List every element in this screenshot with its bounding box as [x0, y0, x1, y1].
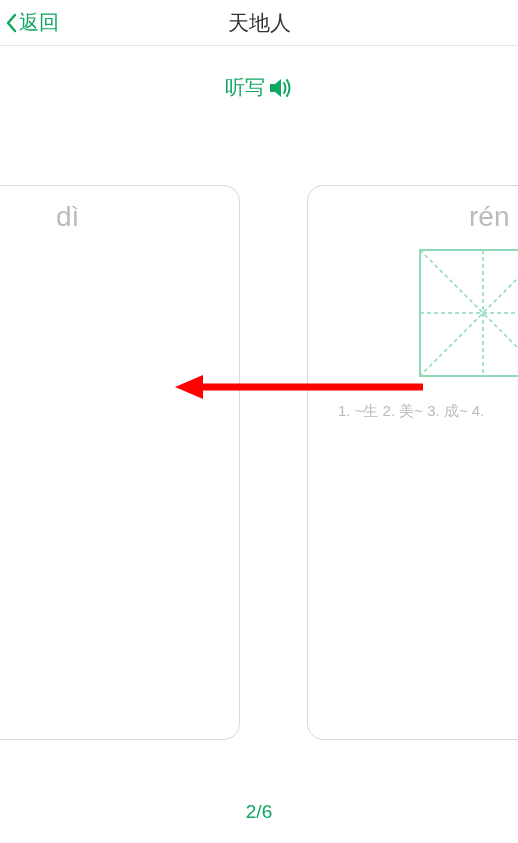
- pinyin-text: dì: [0, 201, 239, 233]
- header-bar: 返回 天地人: [0, 0, 518, 46]
- speaker-icon: [267, 75, 293, 101]
- writing-grid[interactable]: [418, 248, 518, 378]
- example-words: ~ 3. 草~ 4. ~方 5. 天~: [0, 402, 239, 421]
- page-indicator: 2/6: [246, 801, 272, 823]
- flashcard-current[interactable]: dì ~ 3. 草~ 4. ~方 5. 天~: [0, 185, 240, 740]
- listen-write-button[interactable]: 听写: [0, 74, 518, 101]
- flashcard-next[interactable]: rén 1. ~生 2. 美~ 3. 成~ 4.: [307, 185, 518, 740]
- page-title: 天地人: [228, 9, 291, 37]
- back-button[interactable]: 返回: [0, 9, 64, 36]
- svg-marker-11: [175, 375, 203, 399]
- swipe-arrow-annotation: [175, 372, 425, 402]
- back-label: 返回: [19, 9, 59, 36]
- chevron-left-icon: [5, 13, 17, 33]
- example-words: 1. ~生 2. 美~ 3. 成~ 4.: [308, 402, 518, 421]
- listen-write-label: 听写: [225, 74, 265, 101]
- cards-carousel[interactable]: dì ~ 3. 草~ 4. ~方 5. 天~ rén 1. ~生 2. 美~: [0, 185, 518, 755]
- pinyin-text: rén: [308, 201, 518, 233]
